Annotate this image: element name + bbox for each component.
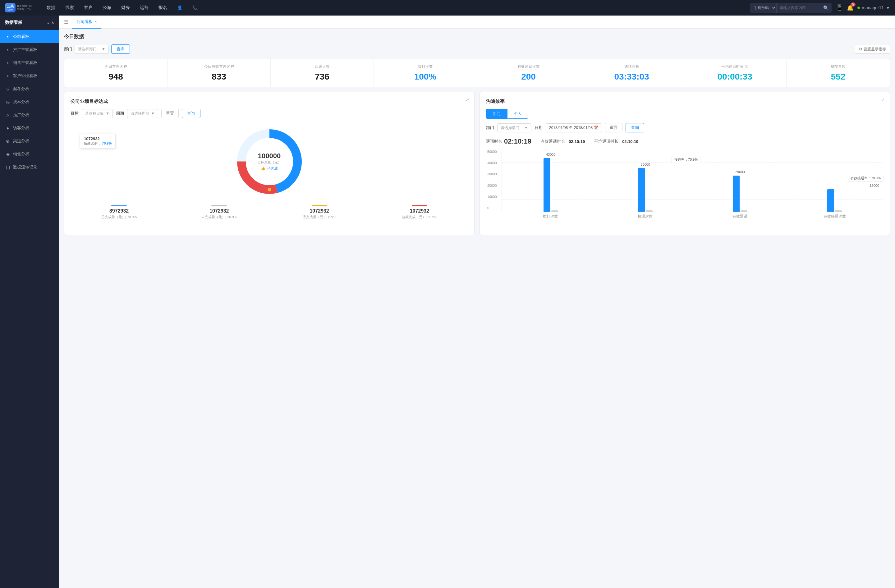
comm-tab-dept[interactable]: 部门 xyxy=(486,109,507,119)
nav-ops[interactable]: 运营 xyxy=(135,3,153,12)
nav-leads[interactable]: 线索 xyxy=(61,3,78,12)
nav-data[interactable]: 数据 xyxy=(42,3,60,12)
logo-text: 教育机构一站 托服务云平台 xyxy=(17,5,32,11)
comm-tab-person[interactable]: 个人 xyxy=(507,109,528,119)
bar-main-3 xyxy=(827,189,834,212)
bar-group-3: 18000 有效接通率：70.9% xyxy=(789,150,881,212)
sidebar-item-label: 漏斗分析 xyxy=(13,86,29,92)
search-button[interactable]: 🔍 xyxy=(820,5,831,10)
comm-reset-button[interactable]: 重置 xyxy=(605,123,622,132)
date-separator: 至 xyxy=(569,125,573,130)
sidebar-item-data-flow[interactable]: ◫ 数据流转记录 xyxy=(0,161,59,174)
target-reset-button[interactable]: 重置 xyxy=(161,109,179,118)
x-label-3: 有效接通次数 xyxy=(789,214,880,219)
dept-filter-label: 部门 xyxy=(64,46,72,52)
bar-sec-1 xyxy=(646,211,652,212)
settings-icon: ⚙ xyxy=(859,47,862,51)
comm-dept-chevron: ▼ xyxy=(524,126,528,130)
sidebar-item-funnel[interactable]: ▽ 漏斗分析 xyxy=(0,82,59,95)
filter-left: 部门 请选择部门 ▼ 查询 xyxy=(64,44,130,54)
target-query-button[interactable]: 查询 xyxy=(182,109,200,118)
stat-label-2: 回访人数 xyxy=(275,64,370,69)
comm-dept-select[interactable]: 请选择部门 ▼ xyxy=(497,123,531,132)
search-input[interactable] xyxy=(777,6,820,10)
stat-card-1: 今日有效首咨客户 833 xyxy=(167,59,271,87)
bar-main-1 xyxy=(638,168,645,212)
sidebar-item-company-board[interactable]: ▪ 公司看板 xyxy=(0,30,59,43)
date-range[interactable]: 2018/01/08 至 2018/01/08 📅 xyxy=(546,123,602,132)
sidebar-item-visitor[interactable]: ♦ 访客分析 xyxy=(0,121,59,135)
bar-group-2: 29000 xyxy=(694,150,786,212)
sidebar-item-label: 成本分析 xyxy=(13,99,29,105)
period-select-chevron: ▼ xyxy=(151,111,155,116)
notification-icon[interactable]: 🔔 5 xyxy=(847,5,854,11)
comm-panel-title: 沟通效率 xyxy=(486,99,883,105)
nav-finance[interactable]: 财务 xyxy=(117,3,134,12)
target-label: 目标 xyxy=(71,111,79,116)
tab-company-board[interactable]: 公司看板 ✕ xyxy=(72,15,101,29)
bar-sec-2 xyxy=(740,211,747,212)
stat-label-5: 通话时长 xyxy=(584,64,679,69)
stat-bottom-label-2: 应完成量（元）| 8.9% xyxy=(271,215,368,220)
tablet-icon[interactable]: 📱 xyxy=(835,4,843,12)
comm-avg: 平均通话时长 02:10:19 xyxy=(594,139,638,144)
stat-bottom-bar-3 xyxy=(412,205,427,206)
settings-btn[interactable]: ⚙ 设置显示指标 xyxy=(855,45,890,54)
stat-bottom-3: 1072932 超额完成（元）| 89.9% xyxy=(371,205,468,220)
sidebar-item-promo-board[interactable]: ▪ 推广主管看板 xyxy=(0,43,59,56)
tab-close-icon[interactable]: ✕ xyxy=(94,20,97,23)
sidebar-item-cost[interactable]: ◎ 成本分析 xyxy=(0,95,59,108)
sidebar-item-account-board[interactable]: ▪ 客户经理看板 xyxy=(0,69,59,82)
stat-bottom-2: 1072932 应完成量（元）| 8.9% xyxy=(271,205,368,220)
sidebar-item-label: 访客分析 xyxy=(13,125,29,131)
stat-bottom-num-1: 1072932 xyxy=(171,208,268,214)
tab-toggle-icon[interactable]: ☰ xyxy=(64,19,68,25)
sidebar-item-label: 推广主管看板 xyxy=(13,47,37,53)
today-query-button[interactable]: 查询 xyxy=(111,44,130,54)
promo-board-icon: ▪ xyxy=(5,47,11,52)
comm-effective: 有效通话时长 02:10:19 xyxy=(541,139,585,144)
bar-chart: 50000 40000 30000 20000 10000 0 xyxy=(486,150,883,229)
avg-label: 平均通话时长 xyxy=(594,139,619,144)
sidebar-collapse-icon[interactable]: ∧ xyxy=(51,21,54,25)
search-box: 手机号码 🔍 xyxy=(750,3,831,13)
sidebar-toggle-icon[interactable]: ≡ xyxy=(47,21,49,25)
nav-signup[interactable]: 报名 xyxy=(154,3,171,12)
annotation-3: 有效接通率：70.9% xyxy=(848,175,883,182)
target-expand-icon[interactable]: ⤢ xyxy=(466,97,469,102)
nav-person-icon[interactable]: 👤 xyxy=(173,3,187,12)
sidebar-item-promo-analysis[interactable]: △ 推广分析 xyxy=(0,108,59,121)
dept-select[interactable]: 请选择部门 ▼ xyxy=(74,45,109,54)
top-nav: 云朵 CRM 教育机构一站 托服务云平台 数据 线索 客户 公海 财务 运营 报… xyxy=(0,0,895,15)
data-flow-icon: ◫ xyxy=(5,165,11,170)
sidebar-item-sales[interactable]: ◈ 销售分析 xyxy=(0,148,59,161)
target-select[interactable]: 请选择目标 ▼ xyxy=(82,109,113,118)
donut-center: 100000 目标总量（元） 👍 已达成 xyxy=(257,152,281,171)
bar-main-2 xyxy=(733,176,740,212)
stat-bottom-0: 8972932 已完成量（元）| 70.9% xyxy=(71,205,167,220)
bar-label-18000: 18000 xyxy=(869,184,879,187)
y-label-0: 0 xyxy=(487,206,497,210)
sidebar-item-channel[interactable]: ⊕ 渠道分析 xyxy=(0,135,59,148)
status-dot xyxy=(857,6,860,9)
dept-select-chevron: ▼ xyxy=(102,47,105,51)
call-duration-value: 02:10:19 xyxy=(504,137,531,145)
nav-phone-icon[interactable]: 📞 xyxy=(188,3,202,12)
period-select[interactable]: 请选择周期 ▼ xyxy=(127,109,158,118)
comm-query-button[interactable]: 查询 xyxy=(626,123,644,132)
search-type-select[interactable]: 手机号码 xyxy=(750,3,777,13)
stat-bottom-num-0: 8972932 xyxy=(71,208,167,214)
comm-expand-icon[interactable]: ⤢ xyxy=(881,97,885,102)
sidebar-item-sales-board[interactable]: ▪ 销售主管看板 xyxy=(0,56,59,69)
user-info[interactable]: manager11 ▼ xyxy=(857,5,890,10)
y-label-10000: 10000 xyxy=(487,195,497,199)
main-content: ☰ 公司看板 ✕ 今日数据 部门 请选择部门 ▼ 查询 xyxy=(59,15,895,588)
comm-panel: 沟通效率 ⤢ 部门 个人 部门 请选择部门 ▼ 日期 xyxy=(479,92,890,235)
nav-sea[interactable]: 公海 xyxy=(98,3,115,12)
svg-point-3 xyxy=(268,188,271,191)
nav-customers[interactable]: 客户 xyxy=(80,3,97,12)
today-data-section: 今日数据 部门 请选择部门 ▼ 查询 ⚙ 设置显示指标 xyxy=(64,33,890,87)
tooltip-number: 1072932 xyxy=(84,136,112,141)
bar-group-0: 43000 xyxy=(505,150,597,212)
bar-label-35000: 35000 xyxy=(640,162,650,166)
